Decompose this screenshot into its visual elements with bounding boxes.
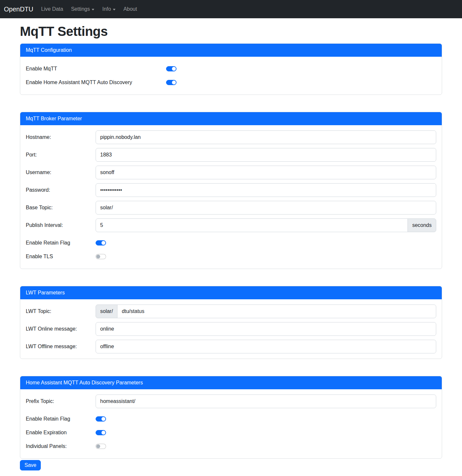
- card-lwt-parameters: LWT Parameters LWT Topic: solar/ LWT Onl…: [20, 286, 442, 359]
- lwt-topic-prefix: solar/: [96, 305, 117, 318]
- publish-interval-unit: seconds: [408, 218, 436, 232]
- enable-mqtt-toggle[interactable]: [166, 66, 177, 71]
- prefix-topic-label: Prefix Topic:: [26, 398, 96, 404]
- enable-expiration-control: [96, 430, 436, 435]
- lwt-offline-message-input[interactable]: [96, 340, 436, 353]
- lwt-offline-message-label: LWT Offline message:: [26, 344, 96, 350]
- field-row-password: Password:: [26, 183, 436, 197]
- nav-item-label: About: [123, 6, 137, 12]
- card-body-mqtt-configuration: Enable MqTT Enable Home Assistant MQTT A…: [20, 57, 442, 95]
- hostname-input[interactable]: [96, 130, 436, 144]
- base-topic-label: Base Topic:: [26, 205, 96, 211]
- base-topic-control: [96, 201, 436, 215]
- port-input[interactable]: [96, 148, 436, 162]
- lwt-topic-group: solar/: [96, 305, 436, 318]
- hostname-label: Hostname:: [26, 134, 96, 140]
- field-row-enable-retain-flag: Enable Retain Flag: [26, 236, 436, 250]
- brand-opendtu[interactable]: OpenDTU: [4, 6, 33, 13]
- enable-retain-flag-label: Enable Retain Flag: [26, 240, 96, 246]
- enable-retain-flag-control: [96, 240, 436, 245]
- save-button[interactable]: Save: [20, 460, 41, 470]
- publish-interval-group: seconds: [96, 218, 436, 232]
- chevron-down-icon: [92, 9, 94, 10]
- field-row-enable-tls: Enable TLS: [26, 250, 436, 263]
- lwt-online-message-label: LWT Online message:: [26, 326, 96, 332]
- enable-hass-discovery-control: [166, 80, 436, 85]
- enable-tls-toggle[interactable]: [96, 254, 106, 259]
- enable-tls-label: Enable TLS: [26, 254, 96, 260]
- field-row-lwt-offline-message: LWT Offline message:: [26, 340, 436, 353]
- enable-mqtt-label: Enable MqTT: [26, 66, 166, 72]
- field-row-port: Port:: [26, 148, 436, 162]
- card-body-mqtt-broker-parameter: Hostname: Port: Username: Password:: [20, 125, 442, 269]
- port-control: [96, 148, 436, 162]
- enable-hass-discovery-toggle[interactable]: [166, 80, 177, 85]
- card-body-hass-discovery-parameters: Prefix Topic: Enable Retain Flag Enable …: [20, 389, 442, 458]
- enable-mqtt-control: [166, 66, 436, 71]
- card-header-lwt-parameters: LWT Parameters: [20, 286, 442, 299]
- nav-item-about[interactable]: About: [121, 4, 140, 15]
- nav-item-label: Live Data: [41, 6, 63, 12]
- enable-expiration-toggle[interactable]: [96, 430, 106, 435]
- field-row-individual-panels: Individual Panels:: [26, 439, 436, 453]
- field-row-username: Username:: [26, 166, 436, 179]
- nav-item-label: Settings: [71, 6, 90, 12]
- password-label: Password:: [26, 187, 96, 193]
- nav-item-label: Info: [102, 6, 111, 12]
- field-row-hostname: Hostname:: [26, 130, 436, 144]
- lwt-topic-control: solar/: [96, 305, 436, 318]
- card-body-lwt-parameters: LWT Topic: solar/ LWT Online message: LW…: [20, 299, 442, 359]
- port-label: Port:: [26, 152, 96, 158]
- card-mqtt-broker-parameter: MqTT Broker Parameter Hostname: Port: Us…: [20, 112, 442, 269]
- main-container: MqTT Settings MqTT Configuration Enable …: [20, 23, 442, 470]
- individual-panels-toggle[interactable]: [96, 444, 106, 449]
- prefix-topic-control: [96, 394, 436, 408]
- lwt-topic-input[interactable]: [117, 305, 436, 318]
- field-row-enable-mqtt: Enable MqTT: [26, 62, 436, 76]
- lwt-offline-message-control: [96, 340, 436, 353]
- lwt-topic-label: LWT Topic:: [26, 308, 96, 314]
- field-row-enable-expiration: Enable Expiration: [26, 426, 436, 439]
- card-hass-discovery-parameters: Home Assistant MQTT Auto Discovery Param…: [20, 376, 442, 459]
- top-navbar: OpenDTU Live Data Settings Info About: [0, 0, 462, 18]
- lwt-online-message-control: [96, 322, 436, 336]
- base-topic-input[interactable]: [96, 201, 436, 215]
- username-label: Username:: [26, 170, 96, 175]
- enable-expiration-label: Enable Expiration: [26, 430, 96, 436]
- field-row-lwt-online-message: LWT Online message:: [26, 322, 436, 336]
- publish-interval-input[interactable]: [96, 218, 408, 232]
- password-input[interactable]: [96, 183, 436, 197]
- enable-retain-flag-toggle[interactable]: [96, 240, 106, 245]
- field-row-base-topic: Base Topic:: [26, 201, 436, 215]
- username-input[interactable]: [96, 166, 436, 179]
- individual-panels-control: [96, 444, 436, 449]
- publish-interval-control: seconds: [96, 218, 436, 232]
- nav-item-settings[interactable]: Settings: [69, 4, 97, 15]
- enable-tls-control: [96, 254, 436, 259]
- publish-interval-label: Publish Interval:: [26, 222, 96, 228]
- hass-enable-retain-flag-toggle[interactable]: [96, 416, 106, 422]
- card-header-mqtt-configuration: MqTT Configuration: [20, 44, 442, 57]
- chevron-down-icon: [113, 9, 116, 10]
- lwt-online-message-input[interactable]: [96, 322, 436, 336]
- card-header-mqtt-broker-parameter: MqTT Broker Parameter: [20, 112, 442, 125]
- card-header-hass-discovery-parameters: Home Assistant MQTT Auto Discovery Param…: [20, 376, 442, 389]
- field-row-prefix-topic: Prefix Topic:: [26, 394, 436, 408]
- individual-panels-label: Individual Panels:: [26, 443, 96, 449]
- hass-enable-retain-flag-label: Enable Retain Flag: [26, 416, 96, 422]
- page-title: MqTT Settings: [20, 23, 442, 39]
- nav-item-live-data[interactable]: Live Data: [38, 4, 66, 15]
- enable-hass-discovery-label: Enable Home Assistant MQTT Auto Discover…: [26, 80, 166, 85]
- field-row-lwt-topic: LWT Topic: solar/: [26, 305, 436, 318]
- password-control: [96, 183, 436, 197]
- field-row-publish-interval: Publish Interval: seconds: [26, 218, 436, 232]
- field-row-hass-enable-retain-flag: Enable Retain Flag: [26, 412, 436, 426]
- card-mqtt-configuration: MqTT Configuration Enable MqTT Enable Ho…: [20, 43, 442, 95]
- nav-item-info[interactable]: Info: [100, 4, 118, 15]
- username-control: [96, 166, 436, 179]
- hostname-control: [96, 130, 436, 144]
- hass-enable-retain-flag-control: [96, 416, 436, 422]
- prefix-topic-input[interactable]: [96, 394, 436, 408]
- field-row-enable-hass-discovery: Enable Home Assistant MQTT Auto Discover…: [26, 76, 436, 89]
